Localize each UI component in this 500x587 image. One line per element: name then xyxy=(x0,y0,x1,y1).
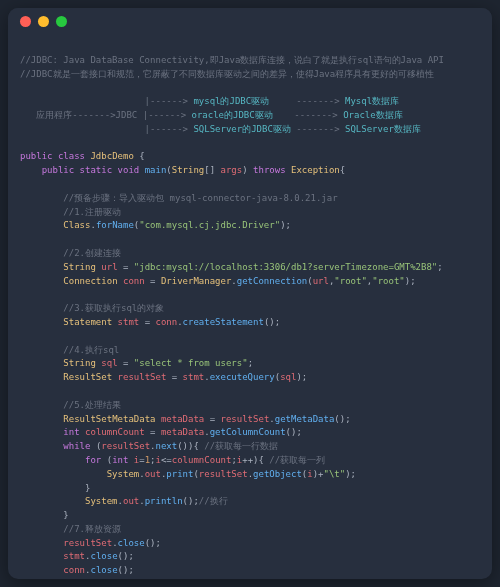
window-titlebar xyxy=(8,8,492,34)
comment-line: //JDBC就是一套接口和规范，它屏蔽了不同数据库驱动之间的差异，使得Java程… xyxy=(20,69,434,79)
zoom-icon[interactable] xyxy=(56,16,67,27)
diagram-line: |------> xyxy=(20,124,193,134)
minimize-icon[interactable] xyxy=(38,16,49,27)
class-name: JdbcDemo xyxy=(90,151,139,161)
comment-line: //预备步骤：导入驱动包 mysql-connector-java-8.0.21… xyxy=(20,193,338,203)
comment-line: //7.释放资源 xyxy=(20,524,121,534)
comment-line: //1.注册驱动 xyxy=(20,207,121,217)
comment-line: //5.处理结果 xyxy=(20,400,121,410)
comment-line: //4.执行sql xyxy=(20,345,119,355)
kw: public class xyxy=(20,151,90,161)
close-icon[interactable] xyxy=(20,16,31,27)
comment-line: //JDBC: Java DataBase Connectivity,即Java… xyxy=(20,55,444,65)
diagram-line: |------> xyxy=(20,96,193,106)
editor-window: //JDBC: Java DataBase Connectivity,即Java… xyxy=(8,8,492,579)
code-area: //JDBC: Java DataBase Connectivity,即Java… xyxy=(8,34,492,579)
diagram-line: 应用程序 xyxy=(20,110,72,120)
method-name: main xyxy=(145,165,167,175)
comment-line: //3.获取执行sql的对象 xyxy=(20,303,164,313)
comment-line: //2.创建连接 xyxy=(20,248,121,258)
diagram-link: mysql的JDBC驱动 xyxy=(193,96,269,106)
